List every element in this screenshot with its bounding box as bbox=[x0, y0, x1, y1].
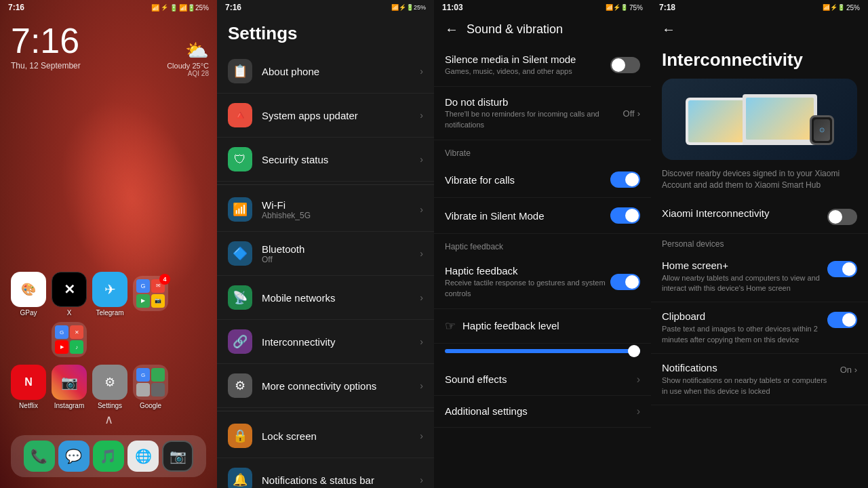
dock-camera[interactable]: 📷 bbox=[162, 441, 193, 472]
homescreen-plus-toggle[interactable] bbox=[827, 261, 857, 277]
mobile-networks-label: Mobile networks bbox=[262, 292, 420, 304]
inter-item-homescreen-plus[interactable]: Home screen+ Allow nearby tablets and co… bbox=[651, 251, 868, 303]
app-gpay[interactable]: 🎨 GPay bbox=[11, 272, 46, 317]
sound-item-sound-effects[interactable]: Sound effects › bbox=[434, 364, 651, 396]
vibrate-calls-label: Vibrate for calls bbox=[445, 174, 610, 186]
inter-back-button[interactable]: ← bbox=[662, 22, 675, 37]
home-screen: 7:16 📶 ⚡ 🔋 📶🔋25% 7:16 Thu, 12 September … bbox=[0, 0, 217, 488]
sound-item-haptic[interactable]: Haptic feedback Receive tactile response… bbox=[434, 256, 651, 309]
app-folder-google[interactable]: 4 G ✉ ▶ 📷 bbox=[133, 276, 168, 313]
app-instagram-label: Instagram bbox=[54, 402, 84, 409]
app-folder2[interactable]: G ✕ ▶ ♪ bbox=[52, 322, 87, 359]
settings-item-mobile-networks[interactable]: 📡 Mobile networks › bbox=[217, 276, 434, 320]
dock-spotify[interactable]: 🎵 bbox=[93, 441, 124, 472]
haptic-slider-container[interactable] bbox=[434, 344, 651, 364]
lock-screen-label: Lock screen bbox=[262, 430, 420, 442]
settings-item-interconnectivity[interactable]: 🔗 Interconnectivity › bbox=[217, 320, 434, 364]
home-status-bar: 7:16 📶 ⚡ 🔋 📶🔋25% bbox=[0, 0, 217, 15]
app-netflix[interactable]: N Netflix bbox=[11, 365, 46, 409]
haptic-level-label: Haptic feedback level bbox=[462, 320, 640, 331]
sound-item-vibrate-silent[interactable]: Vibrate in Silent Mode bbox=[434, 198, 651, 234]
app-row-3: N Netflix 📷 Instagram ⚙ Settings G bbox=[11, 365, 206, 409]
security-text: Security status bbox=[262, 154, 420, 165]
about-phone-chevron: › bbox=[420, 66, 423, 77]
app-google-folder[interactable]: G Google bbox=[133, 365, 168, 409]
additional-arrow: › bbox=[637, 405, 640, 418]
interconnectivity-panel: 7:18 📶⚡🔋 25% ← Interconnectivity ⊙ Disco… bbox=[651, 0, 868, 488]
app-telegram-label: Telegram bbox=[96, 309, 123, 317]
inter-item-xiaomi[interactable]: Xiaomi Interconnectivity bbox=[651, 199, 868, 234]
sound-item-additional[interactable]: Additional settings › bbox=[434, 396, 651, 428]
notification-badge: 4 bbox=[159, 274, 170, 285]
silence-media-text: Silence media in Silent mode Games, musi… bbox=[445, 54, 610, 77]
vibrate-silent-toggle[interactable] bbox=[610, 207, 640, 224]
settings-item-system-apps[interactable]: 🔺 System apps updater › bbox=[217, 94, 434, 138]
mobile-networks-text: Mobile networks bbox=[262, 292, 420, 304]
laptop-screen bbox=[746, 98, 814, 140]
mobile-networks-chevron: › bbox=[420, 292, 423, 303]
app-gpay-label: GPay bbox=[20, 309, 37, 317]
homescreen-plus-label: Home screen+ bbox=[662, 260, 822, 271]
dock-phone[interactable]: 📞 bbox=[24, 441, 55, 472]
xiaomi-inter-toggle[interactable] bbox=[827, 209, 857, 225]
dnd-chevron-icon: › bbox=[637, 108, 640, 119]
vibrate-silent-text: Vibrate in Silent Mode bbox=[445, 210, 610, 222]
settings-item-about-phone[interactable]: 📋 About phone › bbox=[217, 49, 434, 94]
settings-item-wifi[interactable]: 📶 Wi-Fi Abhishek_5G › bbox=[217, 188, 434, 232]
system-apps-text: System apps updater bbox=[262, 110, 420, 121]
settings-list: 📋 About phone › 🔺 System apps updater › … bbox=[217, 49, 434, 488]
settings-item-lock-screen[interactable]: 🔒 Lock screen › bbox=[217, 414, 434, 458]
settings-divider-2 bbox=[217, 411, 434, 411]
inter-battery: 25% bbox=[846, 4, 860, 12]
interconnectivity-chevron: › bbox=[420, 336, 423, 347]
settings-item-more-connectivity[interactable]: ⚙ More connectivity options › bbox=[217, 364, 434, 408]
settings-item-bluetooth[interactable]: 🔷 Bluetooth Off › bbox=[217, 232, 434, 276]
security-icon: 🛡 bbox=[228, 147, 252, 171]
sound-item-silence-media[interactable]: Silence media in Silent mode Games, musi… bbox=[434, 44, 651, 87]
security-label: Security status bbox=[262, 154, 420, 165]
sound-panel-header: ← Sound & vibration bbox=[434, 15, 651, 44]
haptic-toggle[interactable] bbox=[610, 274, 640, 290]
app-x[interactable]: ✕ X bbox=[52, 272, 87, 317]
inter-header: ← bbox=[651, 15, 868, 44]
inter-item-notifications[interactable]: Notifications Show notifications on near… bbox=[651, 354, 868, 405]
sound-item-vibrate-calls[interactable]: Vibrate for calls bbox=[434, 162, 651, 198]
device-watch-icon: ⊙ bbox=[810, 115, 834, 145]
device-tablet-icon bbox=[686, 98, 747, 145]
app-telegram[interactable]: ✈ Telegram bbox=[92, 272, 127, 317]
sound-list: Silence media in Silent mode Games, musi… bbox=[434, 44, 651, 488]
inter-illustration: ⊙ bbox=[662, 79, 857, 160]
inter-item-clipboard[interactable]: Clipboard Paste text and images to other… bbox=[651, 302, 868, 354]
haptic-level-text: Haptic feedback level bbox=[462, 320, 640, 331]
sound-back-button[interactable]: ← bbox=[445, 22, 458, 37]
silence-media-toggle[interactable] bbox=[610, 57, 640, 73]
dnd-text: Do not disturb There'll be no reminders … bbox=[445, 96, 623, 130]
weather-widget: ⛅ Cloudy 25°C AQI 28 bbox=[167, 39, 209, 77]
lock-screen-icon: 🔒 bbox=[228, 424, 252, 448]
system-apps-label: System apps updater bbox=[262, 110, 420, 121]
inter-notifications-text: Notifications Show notifications on near… bbox=[662, 362, 835, 396]
app-settings[interactable]: ⚙ Settings bbox=[92, 365, 127, 409]
app-instagram[interactable]: 📷 Instagram bbox=[52, 365, 87, 409]
system-apps-chevron: › bbox=[420, 110, 423, 121]
clipboard-toggle[interactable] bbox=[827, 312, 857, 328]
vibrate-section-label: Vibrate bbox=[434, 140, 651, 162]
inter-list: Xiaomi Interconnectivity Personal device… bbox=[651, 199, 868, 488]
settings-item-security[interactable]: 🛡 Security status › bbox=[217, 138, 434, 182]
vibrate-calls-toggle[interactable] bbox=[610, 171, 640, 188]
xiaomi-inter-text: Xiaomi Interconnectivity bbox=[662, 207, 822, 221]
about-phone-text: About phone bbox=[262, 66, 420, 77]
app-row-1: 🎨 GPay ✕ X ✈ Telegram 4 G ✉ bbox=[11, 272, 206, 317]
sound-item-dnd[interactable]: Do not disturb There'll be no reminders … bbox=[434, 87, 651, 140]
sound-item-haptic-level: ☞ Haptic feedback level bbox=[434, 309, 651, 344]
dock-messages[interactable]: 💬 bbox=[58, 441, 90, 472]
homescreen-plus-desc: Allow nearby tablets and computers to vi… bbox=[662, 273, 822, 294]
dock-chrome[interactable]: 🌐 bbox=[127, 441, 159, 472]
chevron-up-icon[interactable]: ∧ bbox=[104, 412, 113, 427]
haptic-slider[interactable] bbox=[445, 349, 640, 353]
settings-item-notifications[interactable]: 🔔 Notifications & status bar › bbox=[217, 458, 434, 488]
more-connectivity-icon: ⚙ bbox=[228, 373, 252, 398]
settings-panel: 7:16 📶⚡🔋25% Settings 📋 About phone › 🔺 S… bbox=[217, 0, 434, 488]
clipboard-toggle-container bbox=[827, 312, 857, 328]
more-connectivity-chevron: › bbox=[420, 380, 423, 391]
